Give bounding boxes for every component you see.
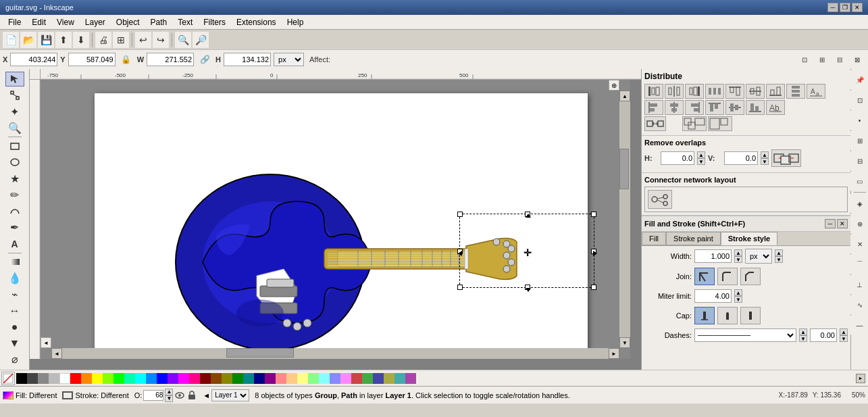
lock-wh-button[interactable]: 🔗: [197, 51, 213, 68]
swatch-light-blue[interactable]: [330, 373, 340, 384]
swatch-olive[interactable]: [222, 373, 232, 384]
ellipse-tool[interactable]: [5, 155, 24, 170]
scroll-track-v[interactable]: [619, 101, 630, 337]
dashes-offset-up[interactable]: ▲: [840, 328, 848, 335]
scroll-track-h[interactable]: [62, 348, 609, 359]
scroll-down-btn[interactable]: ▼: [619, 337, 630, 348]
dist-top-edges[interactable]: [725, 84, 744, 99]
join-miter-btn[interactable]: [694, 268, 715, 285]
swatch-teal-green[interactable]: [124, 373, 135, 384]
opacity-lock-btn[interactable]: [186, 390, 197, 401]
star-tool[interactable]: ★: [5, 171, 24, 186]
zoom-out-button[interactable]: 🔎: [193, 32, 209, 48]
dashes-offset-down[interactable]: ▼: [840, 335, 848, 342]
dist-centers-v[interactable]: [746, 84, 765, 99]
x-input[interactable]: [10, 53, 57, 66]
exchange-positions[interactable]: [644, 116, 666, 131]
scroll-thumb-h[interactable]: [226, 348, 294, 358]
canvas-area[interactable]: -750 -500 -250 0 250 500: [30, 69, 641, 370]
opacity-input[interactable]: [143, 390, 163, 401]
swatch-medium-red[interactable]: [351, 373, 362, 384]
h-overlap-up[interactable]: ▲: [697, 151, 705, 158]
gradient-tool[interactable]: [5, 254, 24, 269]
close-button[interactable]: ✕: [852, 3, 863, 12]
swatch-peach[interactable]: [286, 373, 297, 384]
expand-left-btn[interactable]: ◄: [41, 337, 51, 348]
menu-edit[interactable]: Edit: [26, 16, 51, 28]
swatch-magenta[interactable]: [178, 373, 189, 384]
cap-round-btn[interactable]: [717, 307, 738, 324]
swatch-orange[interactable]: [81, 373, 92, 384]
dist-bottom-edges[interactable]: [766, 84, 785, 99]
cap-square-btn[interactable]: [740, 307, 761, 324]
opacity-down[interactable]: ▼: [165, 395, 173, 402]
snap-midpoints[interactable]: ◈: [850, 194, 869, 213]
vertical-scrollbar[interactable]: ▲ ▼: [619, 91, 630, 348]
swatch-cyan[interactable]: [135, 373, 146, 384]
affect-btn2[interactable]: ⊞: [814, 51, 830, 68]
snap-nodes[interactable]: •: [850, 111, 869, 130]
unit-up[interactable]: ▲: [775, 249, 783, 256]
bucket-tool[interactable]: ▼: [5, 336, 24, 351]
swatch-yellow[interactable]: [92, 373, 103, 384]
connector-tool[interactable]: ⌁: [5, 287, 24, 302]
swatch-purple[interactable]: [168, 373, 178, 384]
h-overlap-down[interactable]: ▼: [697, 158, 705, 165]
align-top[interactable]: [705, 100, 724, 115]
swatch-white[interactable]: [59, 373, 70, 384]
fill-stroke-minimize[interactable]: ─: [825, 219, 836, 228]
swatch-medium-teal[interactable]: [394, 373, 405, 384]
join-bevel-btn[interactable]: [740, 268, 761, 285]
snap-bbox[interactable]: ⊡: [850, 91, 869, 109]
scroll-left-btn[interactable]: ◄: [51, 348, 62, 359]
menu-filters[interactable]: Filters: [198, 16, 231, 28]
select-tool[interactable]: [5, 72, 24, 87]
h-input[interactable]: [224, 53, 271, 66]
swatch-black[interactable]: [16, 373, 27, 384]
stroke-color-box[interactable]: [62, 391, 73, 399]
eyedropper-tool[interactable]: 💧: [5, 270, 24, 285]
zoom-canvas-btn[interactable]: ⊕: [609, 80, 619, 91]
import-button[interactable]: ⬆: [55, 32, 72, 48]
swatch-red[interactable]: [70, 373, 81, 384]
dashes-unit-up[interactable]: ▲: [799, 328, 807, 335]
v-overlap-input[interactable]: [724, 151, 758, 165]
exchange-nodes-2[interactable]: [708, 116, 732, 131]
align-text-baseline[interactable]: Ab: [766, 100, 785, 115]
swatch-yellow-green[interactable]: [103, 373, 113, 384]
restore-button[interactable]: ❐: [840, 3, 850, 12]
cap-butt-btn[interactable]: [694, 307, 715, 324]
miter-up[interactable]: ▲: [734, 289, 742, 296]
swatch-medium-blue[interactable]: [373, 373, 384, 384]
affect-btn3[interactable]: ⊟: [832, 51, 848, 68]
dashes-offset-input[interactable]: [810, 328, 837, 342]
new-button[interactable]: 📄: [3, 32, 19, 48]
remove-overlaps-button[interactable]: [771, 149, 801, 167]
stroke-paint-tab[interactable]: Stroke paint: [666, 232, 721, 245]
dist-centers-h[interactable]: [665, 84, 684, 99]
horizontal-scrollbar[interactable]: ◄ ►: [51, 348, 619, 359]
swatch-medium-purple[interactable]: [405, 373, 416, 384]
layer-select[interactable]: Layer 1: [211, 389, 249, 401]
handle-mr[interactable]: [591, 249, 596, 254]
spray-tool[interactable]: ●: [5, 320, 24, 335]
swatch-gray[interactable]: [38, 373, 49, 384]
swatch-light-green[interactable]: [308, 373, 319, 384]
menu-view[interactable]: View: [51, 16, 80, 28]
snap-page[interactable]: ▭: [850, 172, 869, 191]
pencil-tool[interactable]: ✏: [5, 187, 24, 202]
miter-input[interactable]: [694, 289, 732, 303]
swatch-green[interactable]: [113, 373, 124, 384]
open-button[interactable]: 📂: [20, 32, 36, 48]
width-input[interactable]: [694, 249, 732, 263]
swatch-lightgray[interactable]: [49, 373, 59, 384]
dist-gaps-h[interactable]: [705, 84, 724, 99]
unit-down[interactable]: ▼: [775, 256, 783, 263]
affect-btn1[interactable]: ⊡: [796, 51, 813, 68]
join-round-btn[interactable]: [717, 268, 738, 285]
snap-line[interactable]: —: [850, 316, 869, 335]
zoom-tool[interactable]: 🔍: [5, 120, 24, 135]
export-button[interactable]: ⬇: [73, 32, 89, 48]
menu-extensions[interactable]: Extensions: [231, 16, 282, 28]
affect-btn4[interactable]: ⊠: [849, 51, 865, 68]
